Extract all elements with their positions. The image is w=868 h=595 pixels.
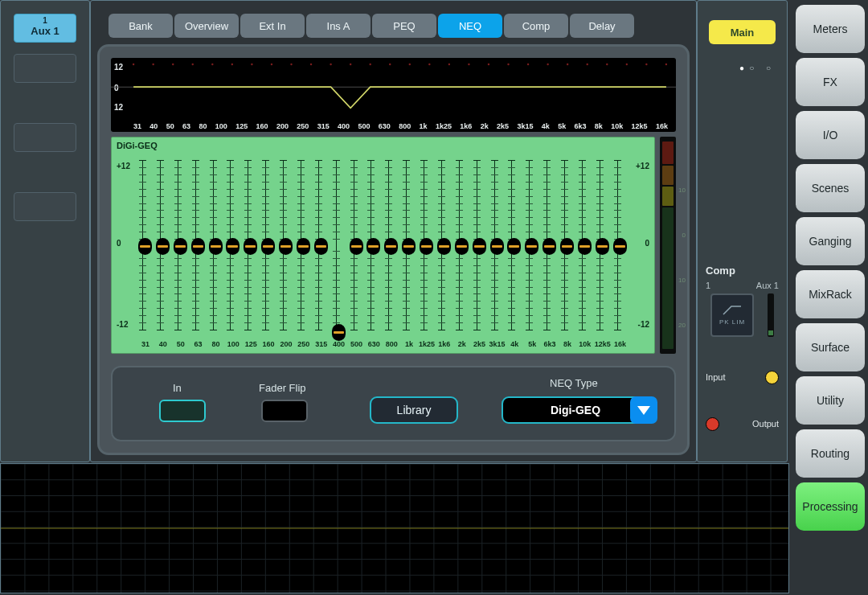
freq-label: 1k6 [460, 122, 472, 130]
comp-section-label: Comp [706, 265, 735, 277]
freq-label: 8k [559, 340, 575, 348]
svg-point-6 [231, 64, 233, 65]
geq-fader-800[interactable] [383, 160, 399, 330]
geq-fader-1k25[interactable] [419, 160, 435, 330]
comp-thumbnail[interactable]: PK LIM [710, 293, 754, 337]
main-button[interactable]: Main [709, 20, 776, 44]
output-meter: 10 0 10 20 [660, 137, 676, 354]
geq-fader-50[interactable] [173, 160, 189, 330]
geq-ylabel: -12 [117, 320, 128, 329]
in-toggle[interactable] [159, 400, 206, 422]
geq-fader-2k[interactable] [454, 160, 470, 330]
channel-strip-column: 1 Aux 1 [0, 0, 90, 462]
freq-label: 2k [481, 122, 489, 130]
menu-i-o[interactable]: I/O [796, 111, 865, 159]
tab-bank[interactable]: Bank [108, 14, 173, 38]
tab-ext-in[interactable]: Ext In [240, 14, 305, 38]
menu-surface[interactable]: Surface [796, 323, 865, 371]
svg-point-2 [152, 64, 154, 65]
geq-title: DiGi-GEQ [117, 141, 158, 150]
geq-fader-63[interactable] [190, 160, 207, 330]
geq-fader-125[interactable] [243, 160, 259, 330]
freq-label: 630 [366, 340, 382, 348]
freq-label: 5k [524, 340, 540, 348]
freq-label: 80 [199, 122, 207, 130]
geq-fader-200[interactable] [278, 160, 294, 330]
freq-label: 6k3 [574, 122, 586, 130]
channel-slot-empty[interactable] [14, 123, 76, 152]
geq-fader-3k15[interactable] [489, 160, 506, 330]
svg-point-15 [409, 64, 411, 65]
geq-fader-80[interactable] [208, 160, 224, 330]
geq-fader-250[interactable] [296, 160, 312, 330]
channel-name: Aux 1 [14, 25, 76, 37]
geq-fader-12k5[interactable] [595, 160, 611, 330]
menu-ganging[interactable]: Ganging [796, 217, 865, 265]
neq-type-dropdown[interactable] [630, 396, 657, 424]
freq-label: 250 [296, 340, 312, 348]
geq-fader-630[interactable] [366, 160, 382, 330]
menu-utility[interactable]: Utility [796, 376, 865, 425]
tab-overview[interactable]: Overview [174, 14, 239, 38]
page-dots[interactable]: ●○ ○ [739, 64, 776, 72]
freq-label: 250 [297, 122, 309, 130]
geq-fader-100[interactable] [225, 160, 241, 330]
geq-fader-8k[interactable] [559, 160, 575, 330]
freq-label: 160 [260, 340, 276, 348]
comp-channel: Aux 1 [756, 281, 779, 290]
svg-point-27 [645, 64, 647, 65]
menu-meters[interactable]: Meters [796, 5, 865, 53]
geq-fader-400[interactable] [331, 160, 347, 330]
right-strip: Main ●○ ○ Comp 1 Aux 1 PK LIM Input Outp… [697, 0, 788, 462]
neq-panel: 12 0 12 31405063801001251602002503154005… [97, 44, 690, 455]
freq-label: 315 [313, 340, 330, 348]
geq-fader-31[interactable] [137, 160, 154, 330]
channel-slot-empty[interactable] [14, 54, 76, 83]
geq-fader-40[interactable] [155, 160, 171, 330]
freq-label: 3k15 [489, 340, 506, 348]
menu-mixrack[interactable]: MixRack [796, 270, 865, 318]
geq-fader-315[interactable] [313, 160, 330, 330]
menu-scenes[interactable]: Scenes [796, 164, 865, 212]
geq-fader-10k[interactable] [577, 160, 593, 330]
processing-area: BankOverviewExt InIns APEQNEQCompDelay 1… [90, 0, 697, 462]
geq-fader-1k6[interactable] [436, 160, 452, 330]
freq-label: 63 [182, 122, 190, 130]
svg-point-18 [468, 64, 469, 65]
tab-delay[interactable]: Delay [570, 14, 634, 38]
freq-label: 1k25 [419, 340, 435, 348]
menu-fx[interactable]: FX [796, 58, 865, 106]
tab-comp[interactable]: Comp [504, 14, 568, 38]
fader-flip-toggle[interactable] [261, 400, 308, 422]
channel-overview-strip [0, 463, 789, 593]
comp-gain-reduction-meter [768, 293, 774, 337]
freq-label: 63 [190, 340, 207, 348]
menu-processing[interactable]: Processing [796, 482, 865, 531]
meter-tick: 10 [678, 277, 686, 284]
library-button[interactable]: Library [370, 396, 458, 424]
menu-routing[interactable]: Routing [796, 429, 865, 478]
in-label: In [173, 382, 182, 394]
input-label: Input [706, 372, 725, 382]
freq-label: 400 [331, 340, 347, 348]
tab-ins-a[interactable]: Ins A [306, 14, 371, 38]
output-led-row: Output [706, 414, 779, 433]
geq-fader-16k[interactable] [612, 160, 628, 330]
geq-fader-6k3[interactable] [542, 160, 558, 330]
freq-label: 2k5 [497, 122, 509, 130]
selected-channel[interactable]: 1 Aux 1 [14, 14, 76, 43]
svg-point-3 [172, 64, 174, 65]
geq-fader-1k[interactable] [401, 160, 417, 330]
geq-fader-2k5[interactable] [472, 160, 488, 330]
geq-fader-160[interactable] [260, 160, 276, 330]
geq-fader-500[interactable] [349, 160, 365, 330]
neq-controls: In Fader Flip Library NEQ Type Digi-GEQ [111, 366, 676, 441]
channel-slot-empty[interactable] [14, 192, 76, 221]
tab-neq[interactable]: NEQ [438, 14, 502, 38]
tab-peq[interactable]: PEQ [372, 14, 436, 38]
svg-point-12 [350, 64, 351, 65]
geq-fader-5k[interactable] [524, 160, 540, 330]
neq-type-value[interactable]: Digi-GEQ [502, 396, 649, 424]
output-led [706, 417, 719, 431]
geq-fader-4k[interactable] [506, 160, 522, 330]
